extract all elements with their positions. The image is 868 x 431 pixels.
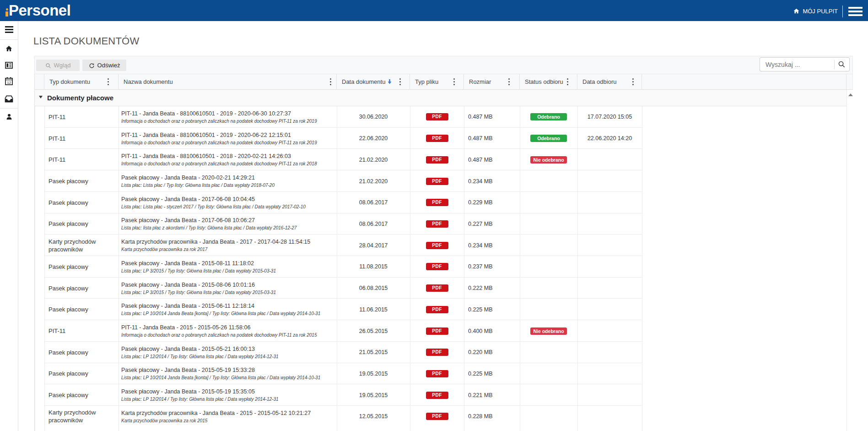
svg-text:12: 12 [7, 81, 11, 85]
